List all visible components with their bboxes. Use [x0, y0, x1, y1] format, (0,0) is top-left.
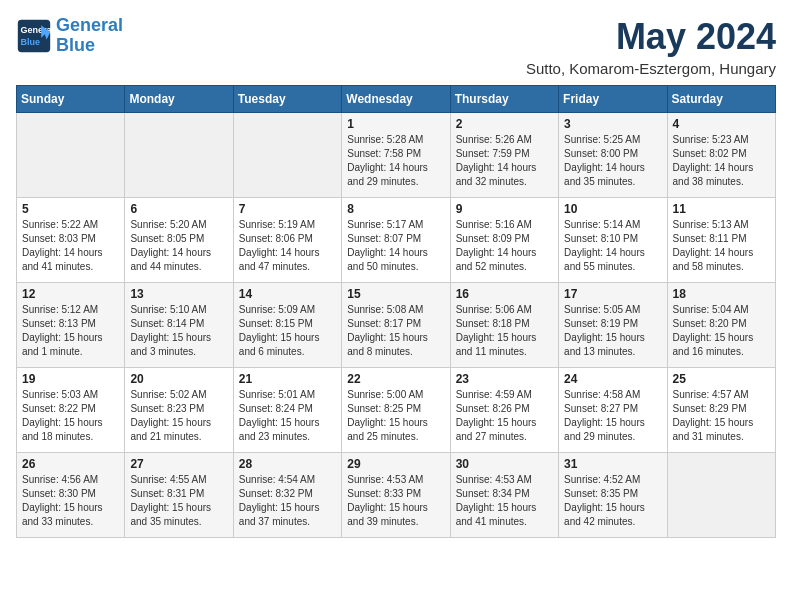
calendar-cell: 23Sunrise: 4:59 AMSunset: 8:26 PMDayligh… — [450, 368, 558, 453]
title-block: May 2024 Sutto, Komarom-Esztergom, Hunga… — [526, 16, 776, 77]
svg-text:Blue: Blue — [21, 37, 41, 47]
weekday-header: Friday — [559, 86, 667, 113]
calendar-cell: 26Sunrise: 4:56 AMSunset: 8:30 PMDayligh… — [17, 453, 125, 538]
day-info: Sunrise: 4:53 AMSunset: 8:33 PMDaylight:… — [347, 473, 444, 529]
day-info: Sunrise: 4:57 AMSunset: 8:29 PMDaylight:… — [673, 388, 770, 444]
day-number: 2 — [456, 117, 553, 131]
day-info: Sunrise: 5:12 AMSunset: 8:13 PMDaylight:… — [22, 303, 119, 359]
calendar-cell: 20Sunrise: 5:02 AMSunset: 8:23 PMDayligh… — [125, 368, 233, 453]
calendar-cell: 19Sunrise: 5:03 AMSunset: 8:22 PMDayligh… — [17, 368, 125, 453]
calendar-week-row: 1Sunrise: 5:28 AMSunset: 7:58 PMDaylight… — [17, 113, 776, 198]
weekday-header: Thursday — [450, 86, 558, 113]
day-info: Sunrise: 5:28 AMSunset: 7:58 PMDaylight:… — [347, 133, 444, 189]
calendar-cell: 2Sunrise: 5:26 AMSunset: 7:59 PMDaylight… — [450, 113, 558, 198]
day-info: Sunrise: 5:26 AMSunset: 7:59 PMDaylight:… — [456, 133, 553, 189]
calendar-cell: 5Sunrise: 5:22 AMSunset: 8:03 PMDaylight… — [17, 198, 125, 283]
calendar-cell: 15Sunrise: 5:08 AMSunset: 8:17 PMDayligh… — [342, 283, 450, 368]
day-info: Sunrise: 5:04 AMSunset: 8:20 PMDaylight:… — [673, 303, 770, 359]
calendar-cell: 25Sunrise: 4:57 AMSunset: 8:29 PMDayligh… — [667, 368, 775, 453]
day-number: 28 — [239, 457, 336, 471]
day-number: 10 — [564, 202, 661, 216]
day-info: Sunrise: 5:14 AMSunset: 8:10 PMDaylight:… — [564, 218, 661, 274]
calendar-cell — [233, 113, 341, 198]
calendar-title: May 2024 — [526, 16, 776, 58]
calendar-cell: 3Sunrise: 5:25 AMSunset: 8:00 PMDaylight… — [559, 113, 667, 198]
day-number: 7 — [239, 202, 336, 216]
calendar-cell: 11Sunrise: 5:13 AMSunset: 8:11 PMDayligh… — [667, 198, 775, 283]
calendar-cell — [125, 113, 233, 198]
calendar-cell: 18Sunrise: 5:04 AMSunset: 8:20 PMDayligh… — [667, 283, 775, 368]
day-number: 15 — [347, 287, 444, 301]
day-info: Sunrise: 4:52 AMSunset: 8:35 PMDaylight:… — [564, 473, 661, 529]
day-info: Sunrise: 5:05 AMSunset: 8:19 PMDaylight:… — [564, 303, 661, 359]
day-info: Sunrise: 5:19 AMSunset: 8:06 PMDaylight:… — [239, 218, 336, 274]
calendar-cell: 22Sunrise: 5:00 AMSunset: 8:25 PMDayligh… — [342, 368, 450, 453]
calendar-cell: 17Sunrise: 5:05 AMSunset: 8:19 PMDayligh… — [559, 283, 667, 368]
calendar-cell: 28Sunrise: 4:54 AMSunset: 8:32 PMDayligh… — [233, 453, 341, 538]
day-info: Sunrise: 4:55 AMSunset: 8:31 PMDaylight:… — [130, 473, 227, 529]
calendar-week-row: 26Sunrise: 4:56 AMSunset: 8:30 PMDayligh… — [17, 453, 776, 538]
day-number: 9 — [456, 202, 553, 216]
weekday-header: Monday — [125, 86, 233, 113]
logo-text: General Blue — [56, 16, 123, 56]
day-info: Sunrise: 5:23 AMSunset: 8:02 PMDaylight:… — [673, 133, 770, 189]
day-number: 8 — [347, 202, 444, 216]
calendar-cell: 6Sunrise: 5:20 AMSunset: 8:05 PMDaylight… — [125, 198, 233, 283]
calendar-cell: 10Sunrise: 5:14 AMSunset: 8:10 PMDayligh… — [559, 198, 667, 283]
header-row: SundayMondayTuesdayWednesdayThursdayFrid… — [17, 86, 776, 113]
day-number: 27 — [130, 457, 227, 471]
day-info: Sunrise: 5:03 AMSunset: 8:22 PMDaylight:… — [22, 388, 119, 444]
calendar-cell: 27Sunrise: 4:55 AMSunset: 8:31 PMDayligh… — [125, 453, 233, 538]
day-info: Sunrise: 5:02 AMSunset: 8:23 PMDaylight:… — [130, 388, 227, 444]
calendar-cell: 7Sunrise: 5:19 AMSunset: 8:06 PMDaylight… — [233, 198, 341, 283]
day-number: 12 — [22, 287, 119, 301]
calendar-week-row: 19Sunrise: 5:03 AMSunset: 8:22 PMDayligh… — [17, 368, 776, 453]
day-info: Sunrise: 5:08 AMSunset: 8:17 PMDaylight:… — [347, 303, 444, 359]
day-number: 1 — [347, 117, 444, 131]
day-number: 14 — [239, 287, 336, 301]
day-number: 19 — [22, 372, 119, 386]
calendar-subtitle: Sutto, Komarom-Esztergom, Hungary — [526, 60, 776, 77]
calendar-week-row: 5Sunrise: 5:22 AMSunset: 8:03 PMDaylight… — [17, 198, 776, 283]
day-number: 23 — [456, 372, 553, 386]
calendar-cell: 30Sunrise: 4:53 AMSunset: 8:34 PMDayligh… — [450, 453, 558, 538]
day-info: Sunrise: 4:58 AMSunset: 8:27 PMDaylight:… — [564, 388, 661, 444]
day-number: 5 — [22, 202, 119, 216]
logo-icon: General Blue — [16, 18, 52, 54]
calendar-cell: 8Sunrise: 5:17 AMSunset: 8:07 PMDaylight… — [342, 198, 450, 283]
day-number: 25 — [673, 372, 770, 386]
day-number: 16 — [456, 287, 553, 301]
day-info: Sunrise: 4:54 AMSunset: 8:32 PMDaylight:… — [239, 473, 336, 529]
calendar-cell: 24Sunrise: 4:58 AMSunset: 8:27 PMDayligh… — [559, 368, 667, 453]
calendar-table: SundayMondayTuesdayWednesdayThursdayFrid… — [16, 85, 776, 538]
day-info: Sunrise: 4:53 AMSunset: 8:34 PMDaylight:… — [456, 473, 553, 529]
calendar-cell: 21Sunrise: 5:01 AMSunset: 8:24 PMDayligh… — [233, 368, 341, 453]
calendar-cell: 12Sunrise: 5:12 AMSunset: 8:13 PMDayligh… — [17, 283, 125, 368]
calendar-cell: 29Sunrise: 4:53 AMSunset: 8:33 PMDayligh… — [342, 453, 450, 538]
day-number: 6 — [130, 202, 227, 216]
day-info: Sunrise: 5:13 AMSunset: 8:11 PMDaylight:… — [673, 218, 770, 274]
calendar-cell — [17, 113, 125, 198]
day-info: Sunrise: 5:20 AMSunset: 8:05 PMDaylight:… — [130, 218, 227, 274]
day-info: Sunrise: 5:22 AMSunset: 8:03 PMDaylight:… — [22, 218, 119, 274]
day-number: 30 — [456, 457, 553, 471]
day-info: Sunrise: 5:09 AMSunset: 8:15 PMDaylight:… — [239, 303, 336, 359]
day-number: 18 — [673, 287, 770, 301]
day-info: Sunrise: 5:01 AMSunset: 8:24 PMDaylight:… — [239, 388, 336, 444]
weekday-header: Tuesday — [233, 86, 341, 113]
day-info: Sunrise: 5:00 AMSunset: 8:25 PMDaylight:… — [347, 388, 444, 444]
day-number: 31 — [564, 457, 661, 471]
page-header: General Blue General Blue May 2024 Sutto… — [16, 16, 776, 77]
calendar-cell: 1Sunrise: 5:28 AMSunset: 7:58 PMDaylight… — [342, 113, 450, 198]
day-number: 21 — [239, 372, 336, 386]
calendar-cell: 4Sunrise: 5:23 AMSunset: 8:02 PMDaylight… — [667, 113, 775, 198]
weekday-header: Saturday — [667, 86, 775, 113]
day-info: Sunrise: 5:17 AMSunset: 8:07 PMDaylight:… — [347, 218, 444, 274]
day-number: 29 — [347, 457, 444, 471]
day-number: 22 — [347, 372, 444, 386]
day-number: 3 — [564, 117, 661, 131]
day-info: Sunrise: 5:06 AMSunset: 8:18 PMDaylight:… — [456, 303, 553, 359]
day-info: Sunrise: 4:59 AMSunset: 8:26 PMDaylight:… — [456, 388, 553, 444]
calendar-cell: 13Sunrise: 5:10 AMSunset: 8:14 PMDayligh… — [125, 283, 233, 368]
day-number: 26 — [22, 457, 119, 471]
